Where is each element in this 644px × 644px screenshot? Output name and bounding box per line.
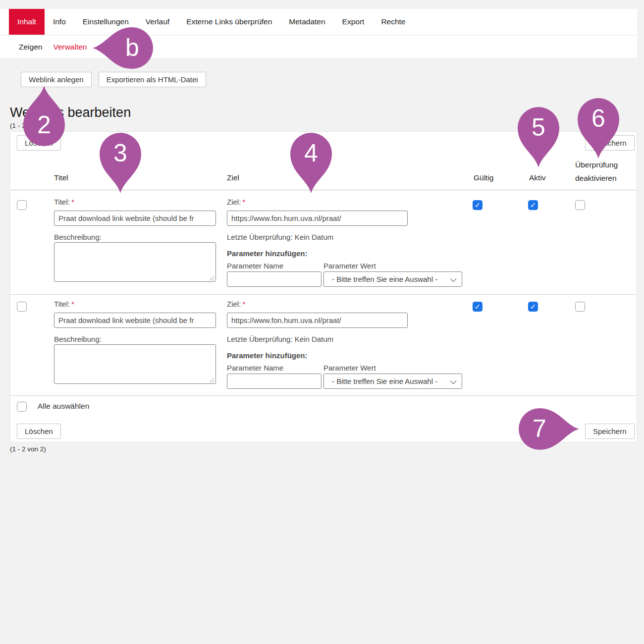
column-header-ziel: Ziel	[227, 173, 239, 182]
chevron-down-icon	[450, 275, 457, 282]
checkmark-icon: ✓	[475, 303, 481, 311]
tab-rechte[interactable]: Rechte	[373, 9, 414, 35]
column-header-titel: Titel	[54, 173, 68, 182]
chevron-down-icon	[450, 377, 457, 384]
parameter-name-input[interactable]	[227, 374, 322, 389]
required-asterisk: *	[71, 300, 74, 308]
checkmark-icon: ✓	[475, 202, 481, 209]
gueltig-checkbox[interactable]: ✓	[473, 200, 483, 210]
toolbar: Weblink anlegen Exportieren als HTML-Dat…	[21, 72, 206, 87]
tab-inhalt[interactable]: Inhalt	[9, 9, 45, 35]
parameter-wert-label: Parameter Wert	[323, 262, 376, 270]
column-header-aktiv: Aktiv	[529, 173, 546, 182]
parameter-wert-select[interactable]: - Bitte treffen Sie eine Auswahl -	[323, 374, 462, 389]
parameter-wert-label: Parameter Wert	[323, 364, 376, 372]
parameter-add-heading: Parameter hinzufügen:	[227, 351, 308, 360]
annotation-pin-2: 2	[22, 86, 66, 149]
ziel-label: Ziel:*	[227, 300, 245, 308]
table-row: ✓ Titel:* Beschreibung: Ziel:* Letzte Üb…	[10, 190, 637, 294]
checkmark-icon: ✓	[530, 202, 537, 209]
gueltig-checkbox[interactable]: ✓	[473, 302, 483, 312]
last-check-text: Letzte Überprüfung: Kein Datum	[227, 335, 333, 343]
tab-info[interactable]: Info	[45, 9, 74, 35]
result-range-bottom: (1 - 2 von 2)	[10, 445, 46, 453]
titel-label: Titel:*	[54, 198, 74, 206]
beschreibung-textarea[interactable]	[54, 242, 216, 282]
ueberpruefung-deaktivieren-checkbox[interactable]: ✓	[575, 200, 585, 210]
titel-label: Titel:*	[54, 300, 74, 308]
delete-button-bottom[interactable]: Löschen	[17, 424, 61, 439]
last-check-text: Letzte Überprüfung: Kein Datum	[227, 233, 333, 241]
select-value: - Bitte treffen Sie eine Auswahl -	[332, 377, 437, 385]
weblinks-manage-page: { "colors": { "accent_red": "#dc0c33", "…	[0, 0, 644, 644]
row-select-checkbox[interactable]: ✓	[17, 200, 27, 210]
pin-teardrop-icon	[518, 407, 579, 451]
export-html-button[interactable]: Exportieren als HTML-Datei	[99, 72, 206, 87]
ziel-label: Ziel:*	[227, 198, 245, 206]
select-all-label: Alle auswählen	[38, 402, 89, 411]
titel-input[interactable]	[54, 211, 216, 226]
titel-input[interactable]	[54, 313, 216, 328]
tab-metadaten[interactable]: Metadaten	[280, 9, 333, 35]
annotation-pin-6: 6	[577, 97, 620, 161]
ziel-input[interactable]	[227, 313, 408, 328]
parameter-name-input[interactable]	[227, 271, 322, 287]
beschreibung-label: Beschreibung:	[54, 233, 102, 241]
select-all-checkbox[interactable]: ✓	[17, 402, 27, 412]
annotation-pin-7: 7	[518, 407, 579, 453]
subtab-verwalten[interactable]: Verwalten	[53, 43, 87, 52]
subtab-zeigen[interactable]: Zeigen	[19, 43, 42, 52]
pin-teardrop-icon	[93, 26, 154, 70]
row-select-checkbox[interactable]: ✓	[17, 302, 27, 312]
ziel-input[interactable]	[227, 211, 408, 226]
required-asterisk: *	[71, 198, 74, 206]
annotation-pin-3: 3	[99, 132, 142, 195]
required-asterisk: *	[242, 300, 245, 308]
parameter-wert-select[interactable]: - Bitte treffen Sie eine Auswahl -	[323, 271, 462, 287]
column-header-gueltig: Gültig	[474, 173, 494, 182]
annotation-pin-4: 4	[289, 132, 333, 195]
tab-export[interactable]: Export	[334, 9, 373, 35]
select-value: - Bitte treffen Sie eine Auswahl -	[332, 275, 437, 283]
save-button-bottom[interactable]: Speichern	[585, 424, 635, 439]
ueberpruefung-deaktivieren-checkbox[interactable]: ✓	[575, 302, 585, 312]
column-header-ueberpruefung-deaktivieren: Überprüfung deaktivieren	[575, 158, 635, 185]
checkmark-icon: ✓	[530, 303, 537, 311]
parameter-name-label: Parameter Name	[227, 364, 283, 372]
parameter-name-label: Parameter Name	[227, 262, 283, 270]
tab-externe-links-ueberpruefen[interactable]: Externe Links überprüfen	[178, 9, 280, 35]
aktiv-checkbox[interactable]: ✓	[528, 302, 538, 312]
beschreibung-label: Beschreibung:	[54, 335, 102, 343]
required-asterisk: *	[242, 198, 245, 206]
create-weblink-button[interactable]: Weblink anlegen	[21, 72, 92, 87]
beschreibung-textarea[interactable]	[54, 344, 216, 384]
parameter-add-heading: Parameter hinzufügen:	[227, 249, 308, 258]
aktiv-checkbox[interactable]: ✓	[528, 200, 538, 210]
table-row: ✓ Titel:* Beschreibung: Ziel:* Letzte Üb…	[10, 294, 637, 395]
annotation-pin-b: b	[93, 26, 154, 72]
annotation-pin-5: 5	[517, 106, 560, 169]
